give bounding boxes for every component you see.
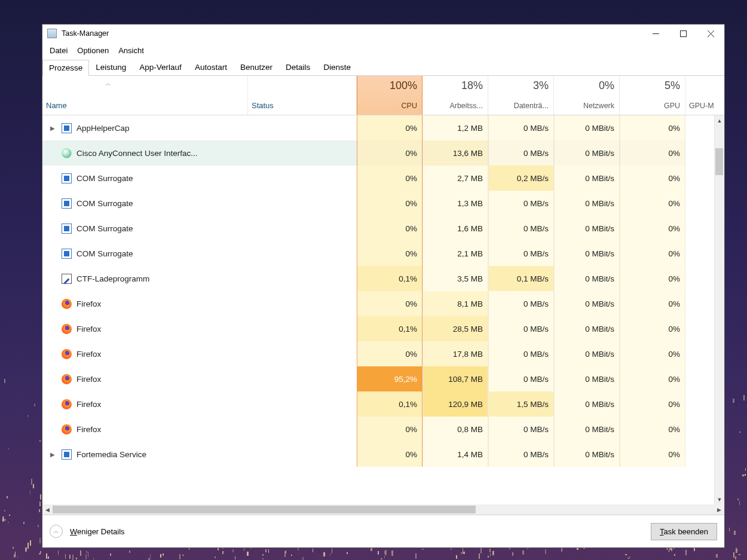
- process-name: Cisco AnyConnect User Interfac...: [76, 149, 198, 158]
- process-name: Firefox: [76, 375, 101, 384]
- close-button[interactable]: [697, 25, 724, 42]
- cell-memory: 1,4 MB: [423, 442, 488, 467]
- process-row[interactable]: ▶Fortemedia Service0%1,4 MB0 MB/s0 MBit/…: [42, 442, 724, 467]
- process-row[interactable]: Firefox0,1%28,5 MB0 MB/s0 MBit/s0%: [42, 316, 724, 341]
- tab-details[interactable]: Details: [279, 59, 317, 75]
- col-status[interactable]: Status: [248, 76, 357, 115]
- menu-optionen[interactable]: Optionen: [72, 45, 114, 56]
- win-icon: [62, 249, 72, 259]
- horizontal-scroll-thumb[interactable]: [53, 506, 476, 513]
- win-icon: [62, 123, 72, 133]
- col-name[interactable]: ︿ Name: [42, 76, 248, 115]
- vertical-scrollbar[interactable]: ▲ ▼: [714, 115, 724, 504]
- process-row[interactable]: COM Surrogate0%1,3 MB0 MB/s0 MBit/s0%: [42, 191, 724, 216]
- cell-cpu: 0%: [357, 241, 423, 266]
- vertical-scroll-thumb[interactable]: [715, 148, 723, 175]
- menubar: Datei Optionen Ansicht: [42, 42, 724, 58]
- col-gpu[interactable]: 5% GPU: [620, 76, 685, 115]
- ff-icon: [62, 374, 72, 384]
- process-name: COM Surrogate: [76, 174, 133, 183]
- win-icon: [62, 173, 72, 183]
- fewer-details-chevron-icon[interactable]: ︿: [50, 525, 63, 538]
- col-memory[interactable]: 18% Arbeitss...: [423, 76, 488, 115]
- process-name: Firefox: [76, 400, 101, 409]
- process-row[interactable]: Firefox0%0,8 MB0 MB/s0 MBit/s0%: [42, 417, 724, 442]
- titlebar[interactable]: Task-Manager: [42, 25, 724, 42]
- ff-icon: [62, 299, 72, 309]
- process-status: [248, 140, 357, 166]
- fewer-details-link[interactable]: Weniger Details: [70, 527, 125, 536]
- disk-total: 3%: [488, 79, 549, 92]
- cell-gpu: 0%: [620, 442, 685, 467]
- process-row[interactable]: Cisco AnyConnect User Interfac...0%13,6 …: [42, 140, 724, 166]
- cell-disk: 0,1 MB/s: [488, 266, 554, 291]
- cell-disk: 0 MB/s: [488, 417, 554, 442]
- cell-network: 0 MBit/s: [554, 216, 620, 241]
- cell-gpu: 0%: [620, 391, 685, 417]
- process-row[interactable]: CTF-Ladeprogramm0,1%3,5 MB0,1 MB/s0 MBit…: [42, 266, 724, 291]
- expand-icon[interactable]: ▶: [48, 125, 57, 131]
- cell-disk: 0,2 MB/s: [488, 166, 554, 191]
- minimize-button[interactable]: [642, 25, 669, 42]
- cell-disk: 0 MB/s: [488, 191, 554, 216]
- process-row[interactable]: Firefox0%17,8 MB0 MB/s0 MBit/s0%: [42, 341, 724, 366]
- end-task-button[interactable]: Task beenden: [651, 523, 717, 540]
- process-status: [248, 366, 357, 391]
- footer: ︿ Weniger Details Task beenden: [42, 515, 724, 547]
- cpu-label: CPU: [357, 102, 417, 110]
- col-disk[interactable]: 3% Datenträ...: [488, 76, 554, 115]
- scroll-up-icon[interactable]: ▲: [715, 115, 724, 126]
- mem-label: Arbeitss...: [423, 102, 483, 110]
- process-row[interactable]: COM Surrogate0%1,6 MB0 MB/s0 MBit/s0%: [42, 216, 724, 241]
- col-network[interactable]: 0% Netzwerk: [554, 76, 620, 115]
- tab-autostart[interactable]: Autostart: [188, 59, 234, 75]
- horizontal-scrollbar[interactable]: ◀ ▶: [42, 504, 724, 515]
- process-row[interactable]: ▶AppHelperCap0%1,2 MB0 MB/s0 MBit/s0%: [42, 115, 724, 140]
- disk-label: Datenträ...: [488, 102, 549, 110]
- scroll-left-icon[interactable]: ◀: [42, 504, 53, 515]
- cell-network: 0 MBit/s: [554, 140, 620, 166]
- sort-indicator-icon: ︿: [105, 79, 111, 88]
- menu-ansicht[interactable]: Ansicht: [114, 45, 149, 56]
- globe-icon: [62, 148, 72, 158]
- process-row[interactable]: Firefox0,1%120,9 MB1,5 MB/s0 MBit/s0%: [42, 391, 724, 417]
- cell-network: 0 MBit/s: [554, 191, 620, 216]
- net-total: 0%: [554, 79, 614, 92]
- process-grid: ▶AppHelperCap0%1,2 MB0 MB/s0 MBit/s0%Cis…: [42, 115, 724, 504]
- cell-memory: 17,8 MB: [423, 341, 488, 366]
- tab-prozesse[interactable]: Prozesse: [42, 60, 89, 76]
- tab-dienste[interactable]: Dienste: [317, 59, 357, 75]
- maximize-button[interactable]: [669, 25, 697, 42]
- cell-disk: 0 MB/s: [488, 216, 554, 241]
- process-row[interactable]: COM Surrogate0%2,1 MB0 MB/s0 MBit/s0%: [42, 241, 724, 266]
- cell-memory: 3,5 MB: [423, 266, 488, 291]
- win-icon: [62, 198, 72, 209]
- cell-network: 0 MBit/s: [554, 366, 620, 391]
- ff-icon: [62, 424, 72, 434]
- expand-icon[interactable]: ▶: [48, 451, 57, 458]
- col-gpu-engine[interactable]: GPU-M: [685, 76, 724, 115]
- process-name: Firefox: [76, 425, 101, 434]
- cell-gpu: 0%: [620, 341, 685, 366]
- cell-cpu: 0%: [357, 191, 423, 216]
- tab-appverlauf[interactable]: App-Verlauf: [133, 59, 188, 75]
- scroll-down-icon[interactable]: ▼: [715, 494, 724, 504]
- process-row[interactable]: COM Surrogate0%2,7 MB0,2 MB/s0 MBit/s0%: [42, 166, 724, 191]
- process-row[interactable]: Firefox0%8,1 MB0 MB/s0 MBit/s0%: [42, 291, 724, 316]
- menu-datei[interactable]: Datei: [45, 45, 72, 56]
- cell-cpu: 0%: [357, 166, 423, 191]
- tab-leistung[interactable]: Leistung: [89, 59, 133, 75]
- cell-disk: 0 MB/s: [488, 316, 554, 341]
- process-name: AppHelperCap: [76, 124, 130, 133]
- scroll-right-icon[interactable]: ▶: [714, 504, 724, 515]
- process-status: [248, 266, 357, 291]
- cell-network: 0 MBit/s: [554, 115, 620, 140]
- process-status: [248, 291, 357, 316]
- process-row[interactable]: Firefox95,2%108,7 MB0 MB/s0 MBit/s0%: [42, 366, 724, 391]
- cell-memory: 8,1 MB: [423, 291, 488, 316]
- tabstrip: Prozesse Leistung App-Verlauf Autostart …: [42, 58, 724, 76]
- cell-network: 0 MBit/s: [554, 241, 620, 266]
- col-cpu[interactable]: 100% CPU: [357, 76, 423, 115]
- tab-benutzer[interactable]: Benutzer: [234, 59, 279, 75]
- cell-gpu: 0%: [620, 291, 685, 316]
